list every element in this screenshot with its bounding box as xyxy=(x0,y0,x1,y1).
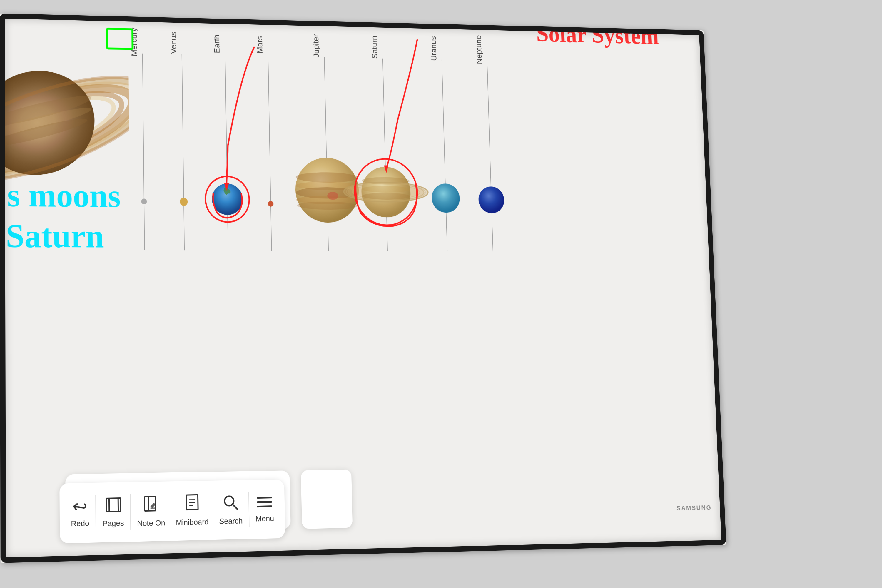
svg-text:Mars: Mars xyxy=(255,36,264,54)
divider-1 xyxy=(95,495,96,530)
search-icon xyxy=(222,494,239,514)
svg-point-27 xyxy=(141,198,147,204)
svg-point-34 xyxy=(296,187,358,199)
redo-icon: ↪ xyxy=(71,497,88,517)
menu-icon xyxy=(256,495,273,511)
redo-button[interactable]: ↪ Redo xyxy=(66,495,94,531)
svg-text:Uranus: Uranus xyxy=(429,36,438,61)
svg-rect-60 xyxy=(109,498,121,511)
svg-line-17 xyxy=(442,60,447,251)
svg-point-3 xyxy=(0,72,142,186)
note-on-button[interactable]: Note On xyxy=(133,492,170,531)
svg-point-32 xyxy=(296,172,358,183)
svg-point-7 xyxy=(0,91,93,132)
svg-point-40 xyxy=(352,184,420,200)
svg-text:Venus: Venus xyxy=(169,32,178,54)
svg-point-51 xyxy=(205,176,250,222)
search-button[interactable]: Search xyxy=(214,490,247,529)
svg-point-46 xyxy=(346,183,426,201)
svg-point-36 xyxy=(297,201,358,210)
svg-text:Solar System: Solar System xyxy=(536,21,659,49)
svg-rect-0 xyxy=(0,14,130,201)
svg-text:Saturn: Saturn xyxy=(6,217,104,255)
svg-text:Jupiter: Jupiter xyxy=(311,34,321,58)
svg-point-4 xyxy=(0,80,130,179)
screen-content: Mercury Venus Earth Mars Jupiter Saturn … xyxy=(0,14,726,563)
svg-text:Neptune: Neptune xyxy=(474,35,483,64)
screen-container: Mercury Venus Earth Mars Jupiter Saturn … xyxy=(0,0,882,588)
miniboard-button[interactable]: Miniboard xyxy=(171,491,213,530)
divider-2 xyxy=(130,494,131,530)
svg-rect-58 xyxy=(301,470,352,529)
svg-line-15 xyxy=(324,57,328,251)
svg-line-69 xyxy=(232,504,237,509)
svg-point-48 xyxy=(478,186,504,213)
svg-point-33 xyxy=(296,182,358,190)
miniboard-icon xyxy=(184,494,200,515)
svg-point-6 xyxy=(0,59,106,188)
svg-point-47 xyxy=(431,183,460,213)
svg-point-2 xyxy=(0,66,151,192)
svg-point-43 xyxy=(362,186,410,193)
svg-point-44 xyxy=(362,193,410,200)
svg-line-72 xyxy=(258,506,272,507)
svg-point-31 xyxy=(295,157,360,222)
svg-point-1 xyxy=(0,61,160,198)
svg-text:Saturn: Saturn xyxy=(370,36,379,59)
svg-rect-56 xyxy=(107,29,133,49)
svg-text:Mercury: Mercury xyxy=(129,28,138,57)
drawn-elements: Mercury Venus Earth Mars Jupiter Saturn … xyxy=(0,14,726,563)
svg-text:s  moons: s moons xyxy=(7,176,121,214)
svg-point-30 xyxy=(268,201,273,207)
solar-system-area: Mercury Venus Earth Mars Jupiter Saturn … xyxy=(0,14,726,563)
svg-point-8 xyxy=(0,104,93,142)
svg-line-18 xyxy=(487,61,493,251)
svg-line-13 xyxy=(225,55,228,251)
svg-text:Earth: Earth xyxy=(212,34,221,53)
svg-marker-52 xyxy=(384,165,388,173)
svg-rect-59 xyxy=(106,498,118,512)
svg-point-39 xyxy=(348,183,424,201)
svg-marker-50 xyxy=(224,183,230,190)
svg-point-28 xyxy=(180,198,188,206)
svg-line-12 xyxy=(182,54,184,251)
toolbar: ↪ Redo Pages xyxy=(59,479,285,543)
note-on-icon xyxy=(142,495,160,516)
svg-point-5 xyxy=(0,85,121,173)
samsung-logo: SAMSUNG xyxy=(676,504,712,512)
svg-point-35 xyxy=(296,195,358,204)
svg-point-9 xyxy=(0,115,89,151)
svg-line-16 xyxy=(383,58,387,251)
svg-line-14 xyxy=(268,56,272,251)
pages-label: Pages xyxy=(102,518,124,528)
svg-point-53 xyxy=(354,159,418,225)
svg-line-11 xyxy=(142,54,145,250)
svg-point-10 xyxy=(0,57,166,202)
pages-button[interactable]: Pages xyxy=(98,494,129,531)
miniboard-label: Miniboard xyxy=(176,518,209,527)
svg-point-37 xyxy=(327,192,338,200)
divider-3 xyxy=(248,492,250,527)
svg-line-71 xyxy=(258,502,271,502)
svg-point-41 xyxy=(361,166,411,217)
svg-line-62 xyxy=(148,496,149,511)
pages-icon xyxy=(105,496,121,516)
note-on-label: Note On xyxy=(137,518,165,528)
redo-label: Redo xyxy=(71,519,89,528)
svg-point-38 xyxy=(344,182,428,202)
svg-point-45 xyxy=(344,182,428,202)
search-label: Search xyxy=(219,516,243,526)
svg-point-42 xyxy=(362,177,410,184)
menu-label: Menu xyxy=(255,514,274,524)
menu-button[interactable]: Menu xyxy=(251,492,278,526)
svg-point-29 xyxy=(212,183,243,215)
